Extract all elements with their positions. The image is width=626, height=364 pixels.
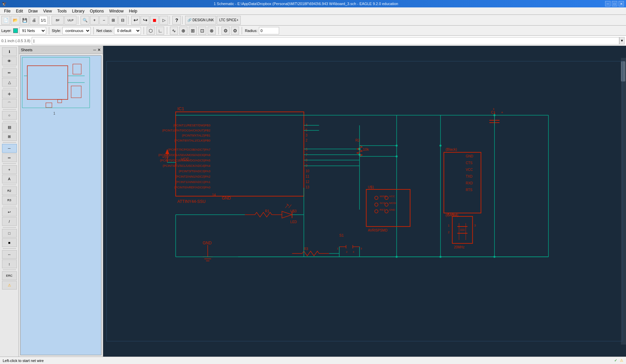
new-button[interactable]: 📄 [1, 16, 10, 25]
layers-tool[interactable]: ▤ [2, 123, 17, 131]
cmd-input[interactable] [32, 37, 619, 44]
schematic-canvas[interactable]: IC1 ATTINY44-SSU (PCINT11/RESET/DW)PB3 (… [103, 46, 626, 357]
sheets-title: Sheets [21, 48, 32, 52]
zoom-in-button[interactable]: + [90, 16, 99, 25]
vert-tool[interactable]: ↕ [2, 260, 17, 268]
svg-text:RST: RST [380, 208, 385, 211]
triangle-tool[interactable]: △ [2, 78, 17, 87]
ltc-spice-button[interactable]: LTC SPICE+ [217, 16, 241, 25]
style-dropdown[interactable]: continuous [62, 27, 91, 34]
help-button[interactable]: ? [172, 16, 181, 25]
svg-text:C1: C1 [491, 111, 496, 114]
lt-sep5 [3, 142, 16, 143]
r2-tool[interactable]: R2 [2, 186, 17, 195]
svg-text:LED: LED [290, 220, 297, 224]
grid-btn[interactable]: ⊞ [189, 27, 197, 35]
svg-text:RTS: RTS [466, 188, 473, 192]
svg-point-146 [396, 256, 398, 258]
horiz-tool[interactable]: ↔ [2, 250, 17, 259]
maximize-button[interactable]: □ [612, 1, 617, 6]
wire-tool[interactable]: ─ [2, 144, 17, 153]
drc-btn[interactable]: ⚙ [221, 27, 230, 35]
svg-text:(PCINT11/RESET/DW)PB3: (PCINT11/RESET/DW)PB3 [173, 124, 210, 127]
menu-item-edit[interactable]: Edit [13, 8, 26, 14]
page-label: 1/1 [41, 18, 46, 22]
circle-tool[interactable]: ○ [2, 111, 17, 120]
svg-text:MOSI: MOSI [389, 202, 396, 205]
info-tool[interactable]: ℹ [2, 47, 17, 56]
titlebar-title: 1 Schematic - E:\AppData\Dropbox (Person… [214, 2, 398, 6]
r3-tool[interactable]: R3 [2, 196, 17, 205]
radius-input[interactable] [259, 27, 279, 34]
zoom-prev-button[interactable]: ⊟ [118, 16, 127, 25]
menubar: FileEditDrawViewToolsLibraryOptionsWindo… [0, 7, 626, 15]
snap-btn[interactable]: ⊡ [198, 27, 206, 35]
move-tool[interactable]: ✏ [2, 68, 17, 77]
add-tool[interactable]: + [2, 165, 17, 174]
svg-text:11: 11 [305, 175, 309, 178]
print-button[interactable]: 🖨 [30, 16, 38, 25]
wire2-tool[interactable]: ═ [2, 153, 17, 162]
open-button[interactable]: 📂 [11, 16, 20, 25]
net-class-dropdown[interactable]: 0 default [114, 27, 141, 34]
svg-text:GND: GND [466, 154, 473, 158]
route-btn[interactable]: ⊗ [208, 27, 216, 35]
svg-text:1: 1 [53, 112, 55, 115]
move2-tool[interactable]: ✛ [2, 90, 17, 98]
wire-angle-btn[interactable]: ∟ [156, 27, 164, 35]
slash-tool[interactable]: / [2, 217, 17, 226]
svg-text:(PCINT8/XTAL1/CLKI)PB0: (PCINT8/XTAL1/CLKI)PB0 [174, 139, 210, 142]
bitmap-button[interactable]: BF [52, 16, 64, 25]
menu-item-tools[interactable]: Tools [55, 8, 69, 14]
menu-item-options[interactable]: Options [87, 8, 107, 14]
layer-dropdown[interactable]: 91 Nets [19, 27, 46, 34]
menu-item-view[interactable]: View [40, 8, 55, 14]
menu-item-library[interactable]: Library [69, 8, 87, 14]
sheets-thumbnail[interactable]: 1 [20, 55, 101, 355]
lt-sep3 [3, 109, 16, 110]
menu-item-help[interactable]: Help [126, 8, 140, 14]
svg-text:(PCINT2/AIN1/ADC2)PA2: (PCINT2/AIN1/ADC2)PA2 [176, 175, 210, 178]
erc-indicator[interactable]: ERC [2, 271, 17, 280]
sheets-minimize-icon[interactable]: ─ [93, 48, 96, 52]
titlebar-icon: 🦅 [2, 2, 7, 6]
style-label: Style: [52, 29, 61, 33]
square-tool[interactable]: ■ [2, 238, 17, 247]
undo-button[interactable]: ↩ [131, 16, 140, 25]
menu-item-file[interactable]: File [1, 8, 13, 14]
angle-tool[interactable]: ⌒ [2, 99, 17, 108]
menu-item-draw[interactable]: Draw [26, 8, 40, 14]
minimize-button[interactable]: ─ [605, 1, 610, 6]
close-button[interactable]: ✕ [619, 1, 624, 6]
stop-button[interactable]: ⏹ [150, 16, 159, 25]
text-tool[interactable]: A [2, 175, 17, 183]
wire-tool-btn[interactable]: ⬡ [147, 27, 155, 35]
svg-text:3: 3 [305, 133, 307, 137]
sheets-close-icon[interactable]: ✕ [97, 48, 101, 52]
sheets-panel: Sheets ─ ✕ [19, 46, 103, 357]
look-tool[interactable]: 👁 [2, 57, 17, 65]
zoom-fit-button[interactable]: 🔍 [81, 16, 89, 25]
separator1 [49, 16, 50, 24]
snap-tool[interactable]: ⊞ [2, 132, 17, 141]
cmd-dropdown-btn[interactable]: ▼ [619, 37, 625, 44]
design-link-button[interactable]: 🔗 DESIGN LINK [185, 16, 216, 25]
lt-sep2 [3, 88, 16, 88]
svg-text:GND: GND [203, 241, 212, 245]
svg-text:(PCINT1/AIN0/ADC1)PA1: (PCINT1/AIN0/ADC1)PA1 [176, 180, 210, 184]
sep-t2-4 [167, 27, 167, 34]
rect-tool[interactable]: □ [2, 229, 17, 238]
save-button[interactable]: 💾 [20, 16, 29, 25]
forward-button[interactable]: ▷ [159, 16, 168, 25]
menu-item-window[interactable]: Window [107, 8, 126, 14]
zoom-area-button[interactable]: ⊞ [109, 16, 118, 25]
ulp-button[interactable]: ULP [64, 16, 77, 25]
zoom-tool-btn[interactable]: ⊕ [179, 27, 187, 35]
turn-tool[interactable]: ↩ [2, 208, 17, 216]
redo-button[interactable]: ↪ [141, 16, 149, 25]
zoom-out-button[interactable]: − [99, 16, 108, 25]
erc-btn[interactable]: ⚙ [231, 27, 239, 35]
svg-point-70 [396, 145, 398, 147]
wave-btn[interactable]: ∿ [170, 27, 178, 35]
svg-point-148 [494, 256, 496, 258]
